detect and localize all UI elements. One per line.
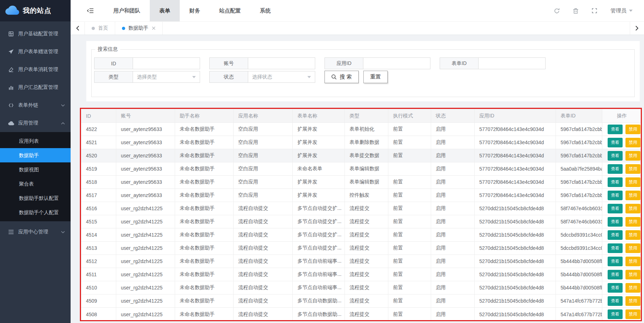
view-button[interactable]: 查看: [608, 257, 623, 266]
table-cell: 4508: [81, 308, 116, 321]
table-cell: 流程自动提交: [234, 202, 293, 215]
search-field-2: 账号: [209, 57, 315, 69]
top-menu-item-4[interactable]: 站点配置: [210, 0, 250, 21]
sidebar-submenu: 应用列表数据助手数据视图聚合表数据助手默认配置数据助手个人配置: [0, 132, 71, 221]
disable-button[interactable]: 禁用: [625, 296, 640, 306]
sidebar-item-label: 用户基础配置管理: [18, 31, 65, 37]
table-cell: 流程自动提交: [234, 242, 293, 254]
table-cell: 5b444bb7d00508fb: [556, 268, 602, 281]
view-button[interactable]: 查看: [608, 151, 623, 161]
top-menu-item-1[interactable]: 用户和团队: [104, 0, 150, 21]
table-cell: 未命名数据助手: [175, 149, 234, 162]
search-field-input[interactable]: [133, 58, 200, 69]
table-cell: 4516: [81, 202, 116, 215]
view-button[interactable]: 查看: [608, 309, 623, 319]
tab-1[interactable]: 首页: [85, 22, 115, 35]
view-button[interactable]: 查看: [608, 283, 623, 293]
view-button[interactable]: 查看: [608, 125, 623, 134]
tabs-scroll-right-icon[interactable]: [630, 22, 644, 35]
disable-button[interactable]: 禁用: [625, 243, 640, 253]
disable-button[interactable]: 禁用: [625, 164, 640, 174]
table-cell: 5967cfa6147b2cbb9: [556, 176, 602, 188]
disable-button[interactable]: 禁用: [625, 270, 640, 279]
view-button[interactable]: 查看: [608, 204, 623, 213]
table-cell-actions: 查看禁用: [602, 149, 642, 162]
disable-button[interactable]: 禁用: [625, 177, 640, 187]
table-cell: 未命名表单: [293, 162, 345, 175]
table-cell: 4522: [81, 123, 116, 136]
table-cell: 空白应用: [234, 149, 293, 162]
view-button[interactable]: 查看: [608, 191, 623, 200]
table-cell: 4520: [81, 149, 116, 162]
disable-button[interactable]: 禁用: [625, 125, 640, 134]
caret-down-icon: [629, 10, 633, 12]
search-select-control[interactable]: 选择类型: [133, 71, 200, 82]
sidebar-subitem-3[interactable]: 数据视图: [0, 162, 71, 177]
sidebar-subitem-2[interactable]: 数据助手: [0, 148, 71, 162]
table-cell: user_aytenz95633: [116, 136, 175, 149]
disable-button[interactable]: 禁用: [625, 191, 640, 200]
top-menu-item-5[interactable]: 系统: [250, 0, 280, 21]
disable-button[interactable]: 禁用: [625, 230, 640, 240]
collapse-menu-icon[interactable]: [87, 8, 94, 14]
table-cell: user_rg2dzh41225: [116, 281, 175, 294]
table-cell: 5967cfa6147b2cbb9: [556, 136, 602, 149]
refresh-icon[interactable]: [554, 8, 560, 14]
view-button[interactable]: 查看: [608, 217, 623, 227]
sidebar-subitem-6[interactable]: 数据助手个人配置: [0, 205, 71, 219]
disable-button[interactable]: 禁用: [625, 151, 640, 161]
close-icon[interactable]: [152, 26, 155, 30]
disable-button[interactable]: 禁用: [625, 257, 640, 266]
view-button[interactable]: 查看: [608, 138, 623, 147]
table-cell: 4511: [81, 268, 116, 281]
table-cell: 5967cfa6147b2cbb9: [556, 149, 602, 162]
top-menu-item-2[interactable]: 表单: [150, 0, 180, 21]
table-cell: user_aytenz95633: [116, 149, 175, 162]
sidebar-item-7[interactable]: 应用中心管理: [0, 223, 71, 241]
view-button[interactable]: 查看: [608, 296, 623, 306]
table-cell: [388, 162, 431, 175]
sidebar-item-1[interactable]: 用户基础配置管理: [0, 25, 71, 43]
disable-button[interactable]: 禁用: [625, 217, 640, 227]
sidebar-item-4[interactable]: 用户汇总配置管理: [0, 79, 71, 96]
sidebar-item-5[interactable]: 表单外链: [0, 96, 71, 114]
search-button[interactable]: 搜 索: [324, 71, 359, 83]
search-select-control[interactable]: 选择状态: [248, 71, 315, 82]
reset-button[interactable]: 重置: [363, 71, 388, 83]
disable-button[interactable]: 禁用: [625, 138, 640, 147]
tabs-scroll-left-icon[interactable]: [71, 22, 85, 35]
topnav-actions: 管理员: [554, 7, 644, 14]
table-cell-actions: 查看禁用: [602, 189, 642, 202]
search-field-input[interactable]: [479, 58, 545, 69]
chevron-down-icon: [61, 231, 65, 233]
search-field-input[interactable]: [363, 58, 430, 69]
disable-button[interactable]: 禁用: [625, 309, 640, 319]
table-cell: 前置: [388, 294, 431, 307]
table-cell: 5270dd21b15045cb8cfde4d8: [475, 308, 556, 321]
view-button[interactable]: 查看: [608, 177, 623, 187]
view-button[interactable]: 查看: [608, 164, 623, 174]
view-button[interactable]: 查看: [608, 243, 623, 253]
eraser-icon: [8, 66, 14, 73]
trash-icon[interactable]: [573, 8, 578, 14]
table-cell: 流程自动提交: [234, 215, 293, 228]
tab-2[interactable]: 数据助手: [115, 22, 163, 35]
view-button[interactable]: 查看: [608, 230, 623, 240]
sidebar-item-2[interactable]: 用户表单赠送管理: [0, 43, 71, 61]
table-cell: 流程自动提交: [234, 268, 293, 281]
disable-button[interactable]: 禁用: [625, 204, 640, 213]
sidebar-subitem-5[interactable]: 数据助手默认配置: [0, 191, 71, 205]
search-field-input[interactable]: [248, 58, 315, 69]
table-cell: 未命名数据助手: [175, 189, 234, 202]
top-menu-item-3[interactable]: 财务: [180, 0, 210, 21]
fullscreen-icon[interactable]: [592, 8, 597, 14]
user-menu[interactable]: 管理员: [610, 7, 633, 14]
column-header-8: 状态: [431, 109, 475, 122]
sidebar-subitem-1[interactable]: 应用列表: [0, 134, 71, 148]
disable-button[interactable]: 禁用: [625, 283, 640, 293]
sidebar-item-3[interactable]: 用户表单消耗管理: [0, 61, 71, 79]
sidebar-subitem-4[interactable]: 聚合表: [0, 177, 71, 191]
view-button[interactable]: 查看: [608, 270, 623, 279]
sidebar-item-6[interactable]: 应用管理: [0, 114, 71, 132]
table-cell: 577072f08464c143e4c9034d: [475, 162, 556, 175]
